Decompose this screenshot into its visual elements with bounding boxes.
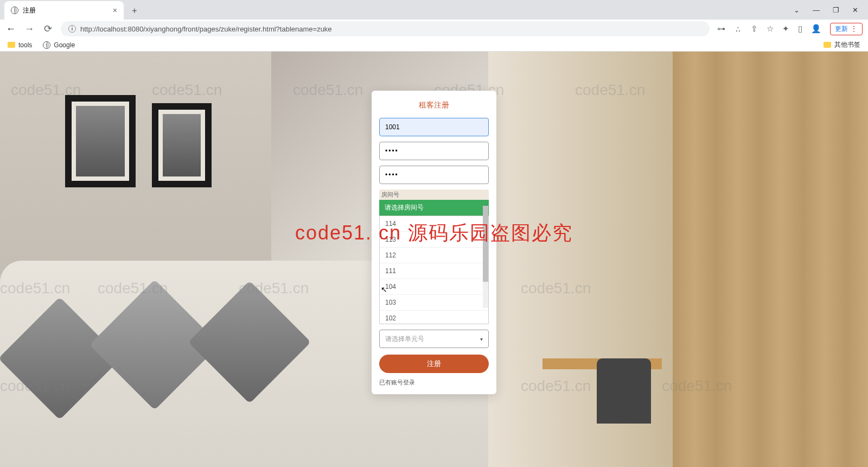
unit-placeholder: 请选择单元号 xyxy=(385,335,424,344)
globe-icon xyxy=(43,41,50,49)
globe-icon xyxy=(11,7,18,14)
dropdown-option[interactable]: 114 xyxy=(380,216,488,232)
info-icon[interactable]: i xyxy=(68,25,76,33)
address-icons: ⊶ ⛬ ⇪ ☆ ✦ ▯ 👤 更新 ⋮ xyxy=(717,23,863,35)
dropdown-label: 房间号 xyxy=(379,190,489,200)
browser-tab[interactable]: 注册 × xyxy=(4,1,124,20)
url-bar[interactable]: i http://localhost:8080/xiyanghong/front… xyxy=(61,21,710,36)
close-window-icon[interactable]: ✕ xyxy=(852,6,858,14)
register-card: 租客注册 房间号 请选择房间号 114 113 112 111 104 103 … xyxy=(372,91,496,394)
bookmark-label: 其他书签 xyxy=(834,40,860,49)
star-icon[interactable]: ☆ xyxy=(767,24,774,34)
watermark: code51.cn xyxy=(293,81,363,99)
bookmark-tools[interactable]: tools xyxy=(8,41,32,49)
panel-icon[interactable]: ▯ xyxy=(798,24,802,34)
dropdown-option[interactable]: 111 xyxy=(380,263,488,279)
bookmark-label: tools xyxy=(18,41,32,49)
chevron-down-icon[interactable]: ⌄ xyxy=(794,6,800,14)
back-icon[interactable]: ← xyxy=(5,23,16,35)
translate-icon[interactable]: ⛬ xyxy=(734,24,742,34)
forward-icon: → xyxy=(24,23,35,35)
page-content: code51.cn code51.cn code51.cn code51.cn … xyxy=(0,52,868,467)
tab-title: 注册 xyxy=(23,6,36,15)
register-label: 注册 xyxy=(427,359,441,368)
update-button[interactable]: 更新 ⋮ xyxy=(830,23,863,35)
password-input[interactable] xyxy=(379,142,489,160)
bookmarks-bar: tools Google 其他书签 xyxy=(0,38,868,52)
dropdown-option[interactable]: 113 xyxy=(380,232,488,248)
account-input[interactable] xyxy=(379,118,489,136)
close-icon[interactable]: × xyxy=(113,6,117,15)
scrollbar[interactable] xyxy=(483,206,488,308)
menu-dots-icon: ⋮ xyxy=(850,24,858,33)
confirm-password-input[interactable] xyxy=(379,166,489,184)
bg-decoration xyxy=(597,358,651,424)
bg-decoration xyxy=(152,103,212,187)
register-button[interactable]: 注册 xyxy=(379,355,489,373)
unit-select[interactable]: 请选择单元号 ▾ xyxy=(379,330,489,348)
bookmark-other[interactable]: 其他书签 xyxy=(824,40,860,49)
profile-icon[interactable]: 👤 xyxy=(811,24,821,34)
url-text: http://localhost:8080/xiyanghong/front/p… xyxy=(80,25,332,33)
dropdown-option[interactable]: 103 xyxy=(380,295,488,311)
dropdown-option[interactable]: 104 xyxy=(380,279,488,295)
folder-icon xyxy=(824,42,831,48)
bookmark-google[interactable]: Google xyxy=(43,41,75,49)
room-dropdown[interactable]: 房间号 请选择房间号 114 113 112 111 104 103 102 xyxy=(379,190,489,324)
card-title: 租客注册 xyxy=(379,100,489,110)
reload-icon[interactable]: ⟳ xyxy=(42,23,53,35)
window-controls: ⌄ — ❐ ✕ xyxy=(784,0,868,20)
caret-down-icon: ▾ xyxy=(480,336,483,342)
login-link[interactable]: 已有账号登录 xyxy=(379,378,489,387)
bg-decoration xyxy=(673,52,868,467)
address-bar: ← → ⟳ i http://localhost:8080/xiyanghong… xyxy=(0,20,868,38)
extension-icon[interactable]: ✦ xyxy=(782,24,789,34)
new-tab-button[interactable]: + xyxy=(127,3,142,18)
dropdown-selected[interactable]: 请选择房间号 xyxy=(379,200,489,216)
dropdown-option[interactable]: 112 xyxy=(380,248,488,263)
dropdown-option[interactable]: 102 xyxy=(380,311,488,324)
bg-decoration xyxy=(65,95,136,187)
maximize-icon[interactable]: ❐ xyxy=(833,6,839,14)
key-icon[interactable]: ⊶ xyxy=(717,24,725,34)
share-icon[interactable]: ⇪ xyxy=(751,24,758,34)
dropdown-list: 114 113 112 111 104 103 102 xyxy=(379,216,489,324)
update-label: 更新 xyxy=(835,24,848,34)
folder-icon xyxy=(8,42,15,48)
tab-bar: 注册 × + ⌄ — ❐ ✕ xyxy=(0,0,868,20)
browser-chrome: 注册 × + ⌄ — ❐ ✕ ← → ⟳ i http://localhost:… xyxy=(0,0,868,52)
bookmark-label: Google xyxy=(54,41,75,49)
minimize-icon[interactable]: — xyxy=(813,6,820,14)
